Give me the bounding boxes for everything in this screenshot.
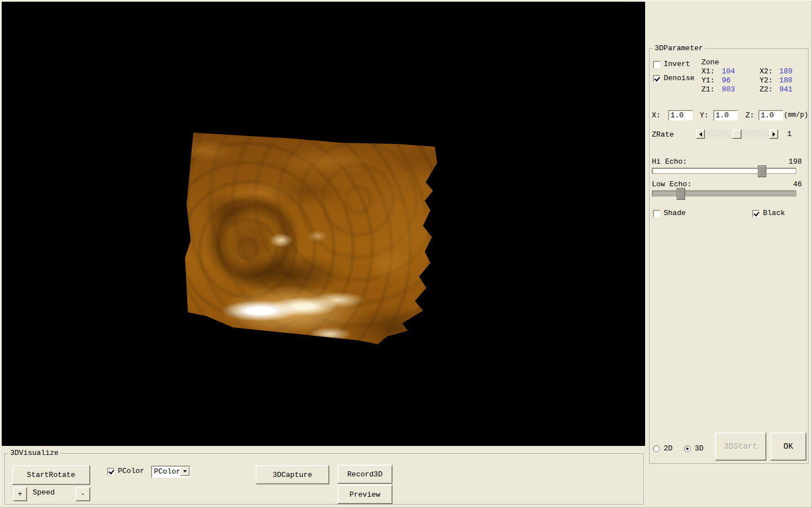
zone-z2-value: 941	[779, 86, 792, 94]
start-rotate-button[interactable]: StartRotate	[12, 465, 90, 485]
scale-y-input[interactable]	[713, 110, 738, 121]
start3d-button[interactable]: 3DStart	[715, 432, 766, 461]
scale-y-label: Y:	[700, 112, 709, 120]
zone-y2-value: 180	[779, 77, 792, 85]
low-echo-slider[interactable]	[652, 190, 796, 196]
zrate-scroll-thumb[interactable]	[732, 129, 742, 139]
scale-unit-label: (mm/p)	[784, 111, 808, 119]
record3d-button[interactable]: Record3D	[337, 465, 392, 484]
dropdown-arrow-icon[interactable]	[180, 467, 189, 476]
zone-x1-label: X1:	[701, 68, 714, 76]
speed-label: Speed	[33, 489, 55, 497]
shade-label: Shade	[664, 209, 686, 217]
mode-2d-label: 2D	[664, 445, 673, 453]
hi-echo-label: Hi Echo:	[652, 158, 687, 166]
zone-y1-value: 96	[722, 77, 731, 85]
pcolor-dropdown-value: PColor	[154, 467, 180, 476]
black-checkbox[interactable]	[752, 210, 760, 217]
ultrasound-3d-render[interactable]	[183, 132, 440, 345]
pcolor-dropdown[interactable]: PColor	[151, 466, 191, 478]
hi-echo-slider-thumb[interactable]	[758, 165, 766, 177]
denoise-label: Denoise	[664, 75, 695, 82]
scale-z-input[interactable]	[758, 110, 783, 121]
zone-x1-value: 104	[722, 68, 735, 76]
zone-z1-label: Z1:	[701, 86, 714, 94]
black-label: Black	[763, 209, 785, 217]
app-window: 3DParameter Invert Denoise Zone X1: 104 …	[0, 0, 812, 508]
render-viewport[interactable]	[2, 2, 645, 446]
parameter-group-title: 3DParameter	[653, 45, 705, 52]
mode-3d-label: 3D	[695, 445, 704, 453]
low-echo-value: 46	[779, 181, 802, 189]
scale-x-input[interactable]	[668, 110, 693, 121]
zone-x2-value: 189	[779, 68, 792, 76]
zrate-value: 1	[787, 130, 792, 138]
visualize-groupbox: 3DVisualize StartRotate PColor PColor + …	[5, 453, 644, 505]
low-echo-slider-thumb[interactable]	[677, 188, 685, 200]
speed-plus-button[interactable]: +	[13, 487, 27, 501]
zone-y2-label: Y2:	[760, 77, 773, 85]
zone-z2-label: Z2:	[760, 86, 773, 94]
hi-echo-value: 198	[779, 158, 802, 166]
zone-z1-value: 803	[722, 86, 735, 94]
invert-checkbox[interactable]	[653, 61, 660, 68]
invert-label: Invert	[664, 60, 690, 68]
hi-echo-slider[interactable]	[652, 168, 796, 174]
mode-2d-radio[interactable]	[653, 445, 660, 452]
pcolor-label: PColor	[118, 467, 144, 475]
capture3d-button[interactable]: 3DCapture	[255, 465, 329, 484]
denoise-checkbox[interactable]	[653, 75, 660, 82]
preview-button[interactable]: Preview	[337, 485, 392, 504]
shade-checkbox[interactable]	[653, 210, 660, 217]
zrate-scroll-left-icon[interactable]	[696, 129, 705, 139]
mode-3d-radio[interactable]	[684, 445, 691, 452]
pcolor-checkbox[interactable]	[107, 468, 114, 475]
scale-x-label: X:	[652, 112, 661, 120]
visualize-group-title: 3DVisualize	[8, 449, 60, 457]
zone-x2-label: X2:	[760, 68, 773, 76]
scale-z-label: Z:	[745, 112, 754, 120]
low-echo-label: Low Echo:	[652, 181, 691, 189]
zone-y1-label: Y1:	[701, 77, 714, 85]
ok-button[interactable]: OK	[770, 432, 806, 461]
parameter-groupbox: 3DParameter Invert Denoise Zone X1: 104 …	[649, 49, 809, 464]
zrate-label: ZRate	[652, 131, 674, 139]
speed-minus-button[interactable]: -	[76, 487, 90, 501]
zone-title: Zone	[701, 59, 719, 67]
zrate-scrollbar[interactable]	[696, 129, 778, 139]
zrate-scroll-right-icon[interactable]	[769, 129, 778, 139]
